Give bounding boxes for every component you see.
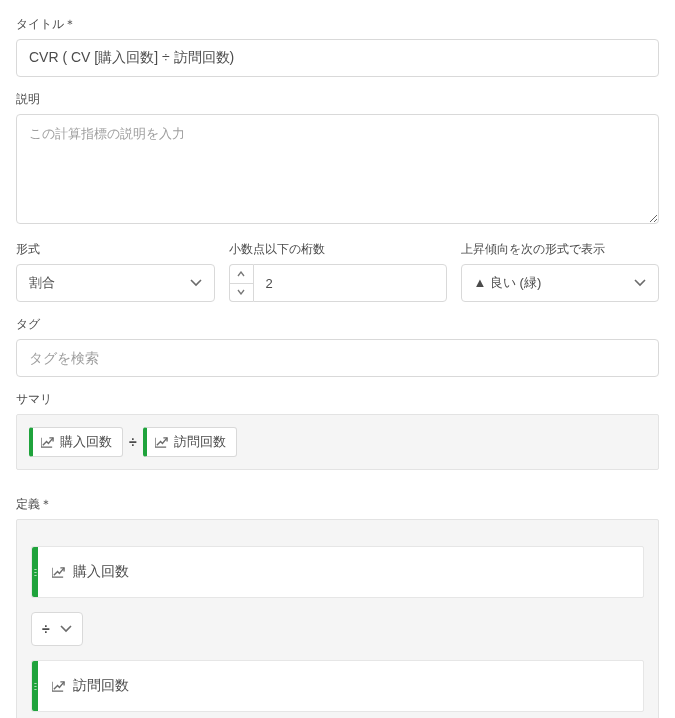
drag-handle[interactable]: ······ <box>32 661 38 711</box>
metric-icon <box>155 436 168 449</box>
description-label: 説明 <box>16 91 659 108</box>
trend-value: ▲ 良い (緑) <box>474 274 542 292</box>
tag-label: タグ <box>16 316 659 333</box>
metric-icon <box>52 566 65 579</box>
chevron-up-icon <box>237 271 245 277</box>
summary-box: 購入回数 ÷ 訪問回数 <box>16 414 659 470</box>
drag-dots-icon: ······ <box>34 682 36 691</box>
decimals-decrement[interactable] <box>230 284 253 302</box>
chevron-down-icon <box>237 289 245 295</box>
format-select[interactable]: 割合 <box>16 264 215 302</box>
definition-row-2-label: 訪問回数 <box>73 677 129 695</box>
title-label: タイトル＊ <box>16 16 659 33</box>
summary-operator: ÷ <box>129 434 137 450</box>
tag-search-input[interactable] <box>16 339 659 377</box>
operator-value: ÷ <box>42 621 50 637</box>
decimals-input[interactable] <box>253 264 447 302</box>
definition-row-1-label: 購入回数 <box>73 563 129 581</box>
summary-chip-1-label: 購入回数 <box>60 433 112 451</box>
metric-icon <box>52 680 65 693</box>
format-label: 形式 <box>16 241 215 258</box>
trend-label: 上昇傾向を次の形式で表示 <box>461 241 660 258</box>
summary-chip-1[interactable]: 購入回数 <box>29 427 123 457</box>
drag-handle[interactable]: ······ <box>32 547 38 597</box>
title-input[interactable] <box>16 39 659 77</box>
summary-chip-2-label: 訪問回数 <box>174 433 226 451</box>
definition-row-2[interactable]: ······ 訪問回数 <box>31 660 644 712</box>
metric-icon <box>41 436 54 449</box>
definition-box: ······ 購入回数 ÷ ······ 訪問回数 <box>16 519 659 718</box>
decimals-increment[interactable] <box>230 265 253 284</box>
definition-row-1[interactable]: ······ 購入回数 <box>31 546 644 598</box>
decimals-label: 小数点以下の桁数 <box>229 241 447 258</box>
chevron-down-icon <box>190 277 202 289</box>
description-textarea[interactable] <box>16 114 659 224</box>
chevron-down-icon <box>634 277 646 289</box>
operator-select[interactable]: ÷ <box>31 612 83 646</box>
trend-select[interactable]: ▲ 良い (緑) <box>461 264 660 302</box>
format-value: 割合 <box>29 274 55 292</box>
summary-label: サマリ <box>16 391 659 408</box>
summary-chip-2[interactable]: 訪問回数 <box>143 427 237 457</box>
chevron-down-icon <box>60 623 72 635</box>
definition-label: 定義＊ <box>16 496 659 513</box>
drag-dots-icon: ······ <box>34 568 36 577</box>
